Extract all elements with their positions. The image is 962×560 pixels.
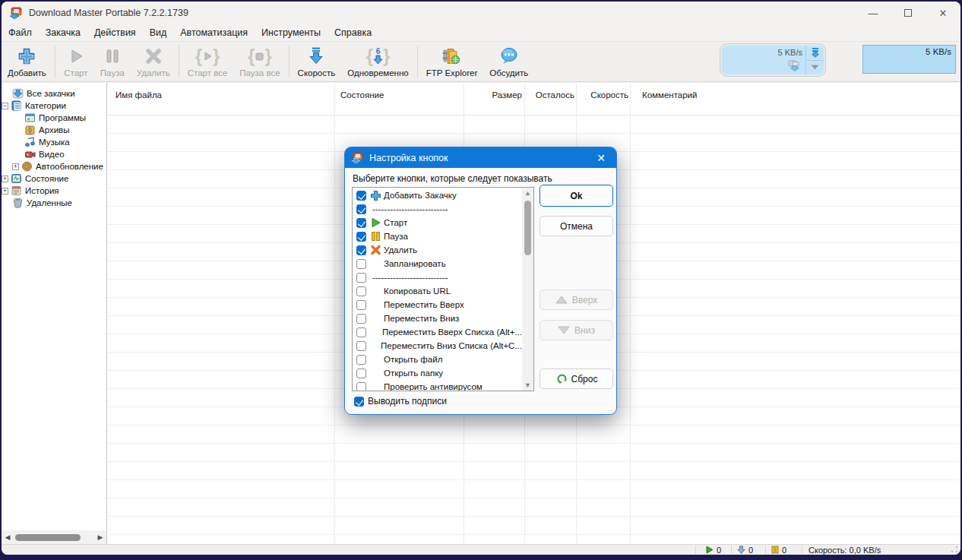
close-button[interactable]: ✕ [926,2,960,24]
sidebar-item-categories[interactable]: − Категории [2,100,106,112]
column-divider[interactable] [524,83,525,115]
start-all-button[interactable]: { } Старт все [182,42,234,81]
simultaneous-button[interactable]: { 6 } Одновременно [341,42,414,81]
video-icon [24,149,36,160]
column-divider[interactable] [334,83,335,115]
column-divider[interactable] [630,83,631,115]
sidebar-item-deleted[interactable]: Удаленные [2,197,106,209]
menu-file[interactable]: Файл [2,26,39,40]
speed-graph-value: 5 KB/s [926,47,951,56]
column-header-speed[interactable]: Скорость [587,90,628,100]
checkbox-unchecked[interactable] [356,259,366,269]
sidebar-item-programs[interactable]: Программы [2,112,106,124]
checkbox-unchecked[interactable] [356,341,366,351]
menu-tools[interactable]: Инструменты [255,26,328,40]
checkbox-unchecked[interactable] [356,314,366,324]
sidebar-item-autoupdate[interactable]: + Автообновление [2,160,106,172]
list-item-pause[interactable]: Пауза [353,229,522,243]
download-arrow-icon [810,47,821,58]
scroll-up-icon[interactable]: ▲ [522,188,533,198]
sidebar-item-video[interactable]: Видео [2,148,106,160]
menu-download[interactable]: Закачка [39,26,87,40]
show-captions-option[interactable]: Выводить подписи [354,396,447,407]
menu-help[interactable]: Справка [328,26,378,40]
column-divider[interactable] [464,83,464,115]
paused-count-status: 0 [771,545,786,555]
expand-box-icon[interactable]: + [2,176,8,182]
list-item-move-down[interactable]: Переместить Вниз [353,312,522,325]
list-item-separator[interactable]: -------------------------- [353,271,522,284]
ok-button[interactable]: Ok [540,185,613,207]
column-header-comment[interactable]: Комментарий [642,90,697,100]
scrollbar-thumb[interactable] [524,201,531,255]
list-item-add-download[interactable]: Добавить Закачку [353,188,522,202]
scroll-down-icon[interactable]: ▼ [522,380,533,391]
sidebar-item-history[interactable]: + История [2,185,106,197]
speed-mode-button[interactable] [806,46,824,61]
sidebar-item-archives[interactable]: Архивы [2,124,106,136]
speed-limiter-widget[interactable]: 5 KB/s [720,44,825,76]
list-item-separator[interactable]: -------------------------- [353,202,522,216]
checkbox-unchecked[interactable] [356,382,366,392]
checkbox-unchecked[interactable] [356,355,366,365]
expand-box-icon[interactable]: + [2,188,8,195]
checkbox-unchecked[interactable] [356,327,366,337]
add-download-button[interactable]: Добавить [2,42,52,81]
checkbox-checked[interactable] [356,204,366,214]
list-item-open-folder[interactable]: Открыть папку [353,366,522,380]
delete-button[interactable]: Удалить [131,42,176,81]
checkbox-checked[interactable] [354,397,364,407]
dialog-close-button[interactable]: ✕ [593,150,609,166]
discuss-button[interactable]: Обсудить [483,42,534,81]
column-header-remaining[interactable]: Осталось [530,90,574,100]
expand-box-icon[interactable]: + [12,163,19,170]
list-item-schedule[interactable]: Запланировать [353,257,522,271]
checkbox-unchecked[interactable] [356,369,366,378]
checkbox-unchecked[interactable] [356,273,366,283]
list-vertical-scrollbar[interactable]: ▲ ▼ [522,188,533,391]
ftp-explorer-button[interactable]: FTP Explorer [420,42,484,81]
menu-actions[interactable]: Действия [87,26,143,40]
checkbox-checked[interactable] [356,245,366,255]
resize-grip[interactable] [951,546,958,553]
column-header-state[interactable]: Состояние [340,90,384,100]
checkbox-checked[interactable] [356,191,366,201]
pause-button[interactable]: Пауза [94,42,131,81]
speed-button[interactable]: Скорость [292,42,342,81]
scroll-left-icon[interactable]: ◀ [2,533,14,541]
sidebar-item-music[interactable]: Музыка [2,136,106,148]
start-button[interactable]: Старт [58,42,94,81]
maximize-button[interactable] [891,2,926,24]
checkbox-unchecked[interactable] [356,286,366,296]
reset-button[interactable]: Сброс [540,369,613,389]
minimize-button[interactable]: — [856,2,891,24]
collapse-box-icon[interactable]: − [2,103,8,109]
checkbox-checked[interactable] [356,218,366,228]
scrollbar-thumb[interactable] [15,534,81,541]
menu-view[interactable]: Вид [143,26,174,40]
scroll-right-icon[interactable]: ▶ [94,533,106,541]
column-header-filename[interactable]: Имя файла [116,90,162,100]
checkbox-unchecked[interactable] [356,300,366,310]
speed-graph-widget[interactable]: 5 KB/s [862,45,956,74]
list-item-copy-url[interactable]: Копировать URL [353,284,522,298]
column-divider[interactable] [576,83,577,115]
list-item-delete[interactable]: Удалить [353,243,522,257]
down-button[interactable]: Вниз [540,320,613,340]
sidebar-item-state[interactable]: + Состояние [2,172,106,185]
cancel-button[interactable]: Отмена [540,216,613,236]
up-button[interactable]: Вверх [540,289,613,310]
pause-all-button[interactable]: { } Пауза все [233,42,286,81]
list-item-antivirus[interactable]: Проверить антивирусом [353,380,522,391]
speed-dropdown-button[interactable] [806,61,824,75]
list-item-start[interactable]: Старт [353,216,522,229]
menu-automation[interactable]: Автоматизация [173,26,255,40]
list-item-open-file[interactable]: Открыть файл [353,353,522,366]
list-item-move-top[interactable]: Переместить Вверх Списка (Alt+... [353,325,522,339]
list-item-move-bottom[interactable]: Переместить Вниз Списка (Alt+C... [353,339,522,353]
sidebar-item-all-downloads[interactable]: Все закачки [2,87,106,100]
tree-horizontal-scrollbar[interactable]: ◀ ▶ [2,530,106,544]
column-header-size[interactable]: Размер [465,90,522,100]
list-item-move-up[interactable]: Переместить Вверх [353,298,522,312]
checkbox-checked[interactable] [356,232,366,242]
